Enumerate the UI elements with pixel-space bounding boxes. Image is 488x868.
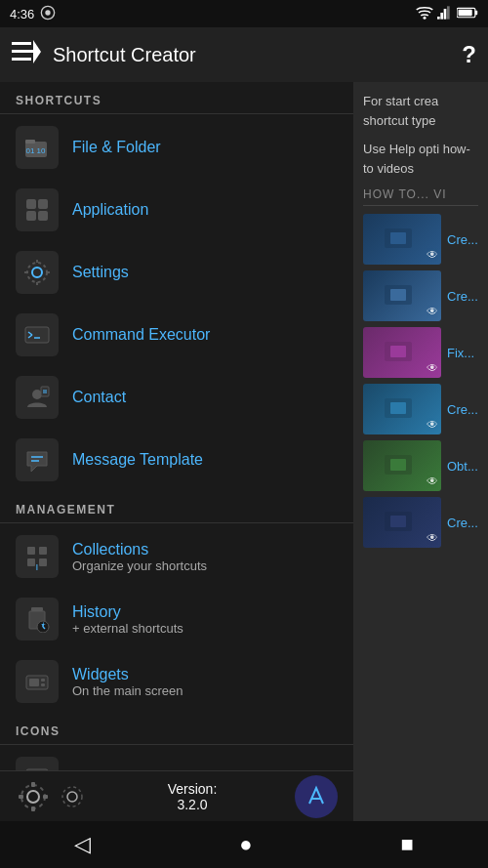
gear-icon <box>16 779 51 814</box>
svg-rect-72 <box>31 782 35 787</box>
icons-header: ICONS <box>0 713 353 745</box>
svg-rect-6 <box>447 6 450 19</box>
command-executor-label: Command Executor <box>72 326 210 344</box>
svg-rect-4 <box>440 13 443 20</box>
svg-marker-13 <box>33 40 41 63</box>
svg-rect-33 <box>41 387 49 396</box>
svg-rect-18 <box>26 199 36 209</box>
help-text-2: Use Help opti how-to videos <box>363 140 478 178</box>
signal-icon <box>437 5 453 23</box>
status-left: 4:36 <box>10 5 56 23</box>
svg-rect-63 <box>390 346 406 357</box>
help-button[interactable]: ? <box>462 41 476 68</box>
widgets-icon <box>16 660 59 703</box>
version-text: Version: 3.2.0 <box>168 781 218 812</box>
video-1-label: Cre... <box>447 232 478 247</box>
shortcut-button[interactable] <box>295 775 338 818</box>
sidebar-item-widgets[interactable]: Widgets On the main screen <box>0 650 353 713</box>
sidebar-item-contact[interactable]: Contact <box>0 366 353 429</box>
video-thumb-1: 👁 <box>363 214 441 265</box>
message-icon <box>16 438 59 481</box>
video-3-label: Fix... <box>447 346 474 360</box>
wifi-icon <box>416 6 433 22</box>
history-icon: + <box>16 598 59 641</box>
svg-point-22 <box>32 268 42 277</box>
left-panel: SHORTCUTS 01 10 File & Folder <box>0 82 353 821</box>
time: 4:36 <box>10 7 34 21</box>
svg-point-77 <box>62 787 82 806</box>
version-left <box>16 779 90 814</box>
svg-rect-15 <box>25 140 35 144</box>
eye-icon: 👁 <box>427 475 438 488</box>
svg-rect-39 <box>27 547 35 555</box>
gear-icon-small <box>55 779 90 814</box>
svg-point-1 <box>46 10 51 15</box>
sidebar-item-application[interactable]: Application <box>0 179 353 241</box>
svg-rect-75 <box>43 795 48 799</box>
video-item-6[interactable]: 👁 Cre... <box>363 497 478 548</box>
video-item-1[interactable]: 👁 Cre... <box>363 214 478 265</box>
video-thumb-4: 👁 <box>363 384 441 434</box>
history-sublabel: + external shortcuts <box>72 621 183 636</box>
video-thumb-6: 👁 <box>363 497 441 548</box>
video-thumb-2: 👁 <box>363 270 441 321</box>
svg-rect-59 <box>390 232 406 244</box>
svg-rect-20 <box>26 211 36 221</box>
svg-point-23 <box>27 263 47 282</box>
svg-rect-42 <box>39 558 47 566</box>
video-item-2[interactable]: 👁 Cre... <box>363 270 478 321</box>
svg-rect-28 <box>25 327 49 343</box>
application-icon <box>16 188 59 231</box>
video-6-label: Cre... <box>447 516 478 530</box>
home-button[interactable]: ● <box>220 824 271 865</box>
help-text-1: For start crea shortcut type <box>363 92 478 130</box>
app-title: Shortcut Creator <box>53 44 196 66</box>
sidebar-item-collections[interactable]: I Collections Organize your shortcuts <box>0 525 353 588</box>
history-text: History + external shortcuts <box>72 603 183 636</box>
svg-rect-21 <box>38 211 48 221</box>
collections-sublabel: Organize your shortcuts <box>72 558 207 573</box>
sidebar-item-settings[interactable]: Settings <box>0 241 353 304</box>
svg-text:10: 10 <box>37 146 46 155</box>
video-item-4[interactable]: 👁 Cre... <box>363 384 478 434</box>
svg-point-70 <box>27 791 39 803</box>
back-button[interactable]: ◁ <box>55 824 110 865</box>
how-to-header: HOW TO... VI <box>363 187 478 206</box>
video-thumb-5: 👁 <box>363 440 441 491</box>
video-item-5[interactable]: 👁 Obt... <box>363 440 478 491</box>
add-shortcut-icon <box>304 784 329 809</box>
main-content: SHORTCUTS 01 10 File & Folder <box>0 82 488 821</box>
svg-rect-67 <box>390 459 406 471</box>
video-item-3[interactable]: 👁 Fix... <box>363 327 478 378</box>
battery-icon <box>457 7 478 21</box>
svg-rect-8 <box>475 10 477 15</box>
message-template-label: Message Template <box>72 451 203 469</box>
sidebar-item-file-folder[interactable]: 01 10 File & Folder <box>0 116 353 179</box>
svg-rect-19 <box>38 199 48 209</box>
recent-button[interactable]: ■ <box>382 824 433 865</box>
version-number: 3.2.0 <box>168 797 218 812</box>
sidebar-item-command-executor[interactable]: Command Executor <box>0 304 353 366</box>
top-bar-left: Shortcut Creator <box>12 40 196 69</box>
collections-text: Collections Organize your shortcuts <box>72 541 207 573</box>
eye-icon: 👁 <box>427 418 438 432</box>
svg-rect-74 <box>19 795 23 799</box>
history-label: History <box>72 603 183 621</box>
svg-rect-53 <box>41 683 45 686</box>
notification-icon <box>40 5 56 23</box>
svg-rect-12 <box>12 58 31 61</box>
contact-icon <box>16 376 59 419</box>
version-label: Version: <box>168 781 218 797</box>
svg-rect-44 <box>31 607 43 611</box>
svg-rect-65 <box>390 402 406 414</box>
svg-rect-51 <box>29 679 39 686</box>
widgets-text: Widgets On the main screen <box>72 666 183 698</box>
menu-icon[interactable] <box>12 40 41 69</box>
svg-rect-3 <box>437 17 440 20</box>
collections-icon: I <box>16 535 59 578</box>
video-4-label: Cre... <box>447 402 478 417</box>
collections-label: Collections <box>72 541 207 558</box>
svg-text:+: + <box>41 620 46 629</box>
sidebar-item-message-template[interactable]: Message Template <box>0 429 353 491</box>
sidebar-item-history[interactable]: + History + external shortcuts <box>0 588 353 650</box>
